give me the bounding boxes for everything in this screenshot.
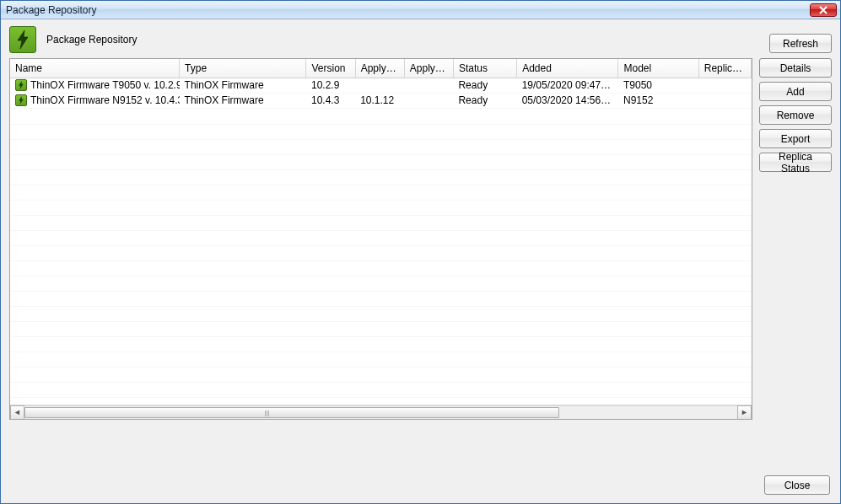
col-header-apply-to-1[interactable]: Apply t...	[355, 59, 404, 78]
cell-added: 19/05/2020 09:47:08	[517, 78, 618, 93]
cell-type: ThinOX Firmware	[180, 78, 306, 93]
cell-model: N9152	[618, 93, 698, 108]
lightning-icon	[15, 79, 27, 91]
cell-apply-to-2	[404, 78, 453, 93]
cell-replica-status	[698, 78, 751, 93]
main-row: Name Type Version Apply t... Apply t... …	[9, 58, 832, 420]
cell-model: T9050	[618, 78, 698, 93]
col-header-name[interactable]: Name	[10, 59, 180, 78]
col-header-replica-status[interactable]: Replica St	[698, 59, 751, 78]
lightning-icon	[9, 26, 36, 53]
window: Package Repository Package Repository Re…	[0, 0, 841, 504]
close-button[interactable]: Close	[764, 475, 830, 495]
table-scroll: Name Type Version Apply t... Apply t... …	[10, 59, 752, 405]
details-button[interactable]: Details	[759, 58, 832, 78]
scrollbar-thumb[interactable]	[24, 407, 559, 418]
scroll-right-icon[interactable]: ►	[737, 405, 752, 420]
table-pane: Name Type Version Apply t... Apply t... …	[9, 58, 752, 420]
scroll-left-icon[interactable]: ◄	[10, 405, 24, 420]
cell-version: 10.4.3	[306, 93, 355, 108]
footer: Close	[9, 472, 832, 495]
lightning-icon	[15, 94, 27, 106]
col-header-type[interactable]: Type	[180, 59, 306, 78]
cell-added: 05/03/2020 14:56:28	[517, 93, 618, 108]
table-filler	[10, 110, 752, 405]
cell-name: ThinOX Firmware N9152 v. 10.4.3	[30, 94, 180, 106]
remove-button[interactable]: Remove	[759, 105, 832, 125]
cell-name: ThinOX Firmware T9050 v. 10.2.9	[30, 79, 180, 91]
refresh-button[interactable]: Refresh	[769, 34, 832, 53]
col-header-apply-to-2[interactable]: Apply t...	[404, 59, 453, 78]
cell-type: ThinOX Firmware	[180, 93, 306, 108]
package-table: Name Type Version Apply t... Apply t... …	[10, 59, 752, 109]
cell-status: Ready	[453, 93, 516, 108]
spacer	[9, 425, 832, 467]
cell-apply-to-1: 10.1.12	[355, 93, 404, 108]
replica-status-button[interactable]: Replica Status	[759, 153, 832, 172]
horizontal-scrollbar[interactable]: ◄ ►	[10, 405, 752, 419]
col-header-version[interactable]: Version	[306, 59, 355, 78]
titlebar: Package Repository	[1, 1, 840, 19]
col-header-status[interactable]: Status	[453, 59, 516, 78]
header-row: Package Repository Refresh	[9, 26, 832, 53]
cell-status: Ready	[453, 78, 516, 93]
page-title: Package Repository	[46, 34, 759, 46]
export-button[interactable]: Export	[759, 129, 832, 148]
window-title: Package Repository	[6, 4, 805, 16]
content-area: Package Repository Refresh Na	[1, 19, 840, 503]
table-header-row: Name Type Version Apply t... Apply t... …	[10, 59, 752, 78]
cell-replica-status	[698, 93, 751, 108]
col-header-added[interactable]: Added	[517, 59, 618, 78]
col-header-model[interactable]: Model	[618, 59, 698, 78]
cell-apply-to-1	[355, 78, 404, 93]
cell-apply-to-2	[404, 93, 453, 108]
cell-version: 10.2.9	[306, 78, 355, 93]
close-icon[interactable]	[810, 3, 837, 17]
scrollbar-track[interactable]	[24, 405, 737, 420]
scrollbar-thumb-grip	[265, 410, 270, 416]
table-row[interactable]: ThinOX Firmware T9050 v. 10.2.9ThinOX Fi…	[10, 78, 752, 93]
table-row[interactable]: ThinOX Firmware N9152 v. 10.4.3ThinOX Fi…	[10, 93, 752, 108]
side-buttons: Details Add Remove Export Replica Status	[759, 58, 832, 420]
add-button[interactable]: Add	[759, 82, 832, 101]
